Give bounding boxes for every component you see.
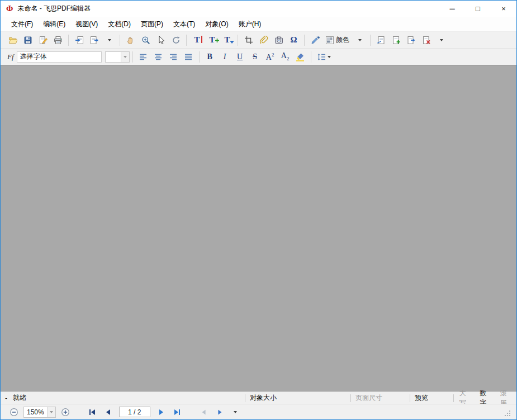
previous-view-button[interactable] <box>197 406 211 418</box>
rotate-icon <box>172 36 181 45</box>
snapshot-button[interactable] <box>272 34 286 47</box>
menu-object[interactable]: 对象(O) <box>200 17 233 31</box>
vertical-text-button[interactable]: T <box>220 34 234 47</box>
edit-text-button[interactable]: T <box>205 34 219 47</box>
hand-icon <box>126 36 135 45</box>
first-page-button[interactable] <box>86 406 99 418</box>
menu-view[interactable]: 视图(V) <box>70 17 103 31</box>
open-button[interactable] <box>6 34 20 47</box>
minimize-icon: ─ <box>449 4 454 13</box>
export-dropdown-button[interactable] <box>102 34 116 47</box>
align-center-button[interactable] <box>151 50 165 64</box>
resize-grip[interactable] <box>504 409 511 418</box>
add-text-button[interactable]: T <box>190 34 204 47</box>
format-toolbar: Ff B I U S A2 A2 <box>1 49 516 65</box>
font-size-dropdown[interactable] <box>121 52 129 62</box>
menu-file[interactable]: 文件(F) <box>6 17 38 31</box>
views-dropdown-button[interactable] <box>229 406 242 418</box>
maximize-icon: □ <box>476 4 480 13</box>
menu-document[interactable]: 文档(D) <box>103 17 136 31</box>
zoom-tool-button[interactable] <box>139 34 153 47</box>
zoom-out-icon <box>10 408 18 417</box>
save-as-button[interactable] <box>36 34 50 47</box>
zoom-out-button[interactable] <box>7 406 21 418</box>
export-pdf-button[interactable] <box>87 34 101 47</box>
pen-tool-button[interactable] <box>308 34 322 47</box>
page-size-label: 页面尺寸 <box>355 393 382 403</box>
chevron-down-icon <box>124 56 127 58</box>
status-object-size-section: 对象大小 <box>245 392 350 404</box>
font-select-input[interactable] <box>17 51 102 63</box>
app-logo-icon: Φ <box>6 4 13 13</box>
rotate-tool-button[interactable] <box>169 34 183 47</box>
line-spacing-button[interactable] <box>315 50 333 64</box>
color-dropdown-button[interactable] <box>353 34 367 47</box>
align-right-button[interactable] <box>167 50 181 64</box>
next-page-button[interactable] <box>155 406 168 418</box>
highlight-button[interactable] <box>293 50 307 64</box>
next-view-button[interactable] <box>213 406 226 418</box>
underline-button[interactable]: U <box>233 50 247 64</box>
bold-button[interactable]: B <box>203 50 217 64</box>
page-number-input[interactable] <box>119 407 150 417</box>
previous-page-button[interactable] <box>101 406 115 418</box>
zoom-dropdown[interactable] <box>47 407 55 417</box>
save-button[interactable] <box>21 34 35 47</box>
highlighter-icon <box>296 52 305 61</box>
superscript-icon: A2 <box>266 52 274 61</box>
italic-button[interactable]: I <box>218 50 232 64</box>
delete-page-button[interactable] <box>419 34 433 47</box>
object-size-label: 对象大小 <box>250 393 277 403</box>
font-size-combo[interactable] <box>105 51 130 63</box>
underline-icon: U <box>237 53 243 61</box>
omega-icon: Ω <box>290 36 297 44</box>
superscript-button[interactable]: A2 <box>263 50 277 64</box>
maximize-button[interactable]: □ <box>465 1 491 17</box>
hand-tool-button[interactable] <box>124 34 137 47</box>
menu-account[interactable]: 账户(H) <box>234 17 267 31</box>
zoom-level-combo[interactable]: 150% <box>23 407 56 418</box>
close-button[interactable]: × <box>491 1 516 17</box>
symbol-button[interactable]: Ω <box>287 34 301 47</box>
close-icon: × <box>501 4 506 13</box>
chevron-down-icon <box>50 411 53 413</box>
save-icon <box>23 36 32 45</box>
align-justify-button[interactable] <box>182 50 196 64</box>
extract-page-button[interactable] <box>404 34 418 47</box>
attach-button[interactable] <box>257 34 271 47</box>
menu-bar: 文件(F) 编辑(E) 视图(V) 文档(D) 页面(P) 文本(T) 对象(O… <box>1 17 516 32</box>
subscript-button[interactable]: A2 <box>278 50 292 64</box>
app-window: Φ 未命名 - 飞思PDF编辑器 ─ □ × 文件(F) 编辑(E) 视图(V)… <box>0 0 517 420</box>
insert-page-button[interactable] <box>389 34 403 47</box>
zoom-in-icon <box>61 408 70 417</box>
status-prefix: - <box>5 394 7 402</box>
minimize-button[interactable]: ─ <box>439 1 465 17</box>
menu-text[interactable]: 文本(T) <box>168 17 200 31</box>
resize-grip-icon <box>504 409 511 417</box>
open-folder-icon <box>8 36 17 45</box>
last-page-button[interactable] <box>170 406 184 418</box>
import-pdf-button[interactable] <box>72 34 86 47</box>
align-justify-icon <box>184 52 193 61</box>
color-button-label: 颜色 <box>336 35 349 45</box>
crop-button[interactable] <box>241 34 255 47</box>
color-button[interactable]: 颜色 <box>323 34 352 47</box>
plus-mark <box>215 36 219 44</box>
chevron-down-icon <box>358 39 362 41</box>
strikethrough-icon: S <box>253 53 257 61</box>
align-left-button[interactable] <box>136 50 150 64</box>
status-ready-text: 就绪 <box>13 393 26 403</box>
menu-edit[interactable]: 编辑(E) <box>38 17 70 31</box>
align-left-icon <box>139 52 148 61</box>
signature-button[interactable] <box>374 34 388 47</box>
magnifier-icon <box>141 36 150 45</box>
toolbar-separator <box>311 51 311 63</box>
select-tool-button[interactable] <box>154 34 168 47</box>
strikethrough-button[interactable]: S <box>248 50 262 64</box>
zoom-in-button[interactable] <box>59 406 72 418</box>
print-button[interactable] <box>51 34 65 47</box>
document-canvas[interactable] <box>1 65 516 392</box>
menu-page[interactable]: 页面(P) <box>136 17 168 31</box>
pages-dropdown-button[interactable] <box>434 34 448 47</box>
add-text-icon: T <box>194 36 200 44</box>
